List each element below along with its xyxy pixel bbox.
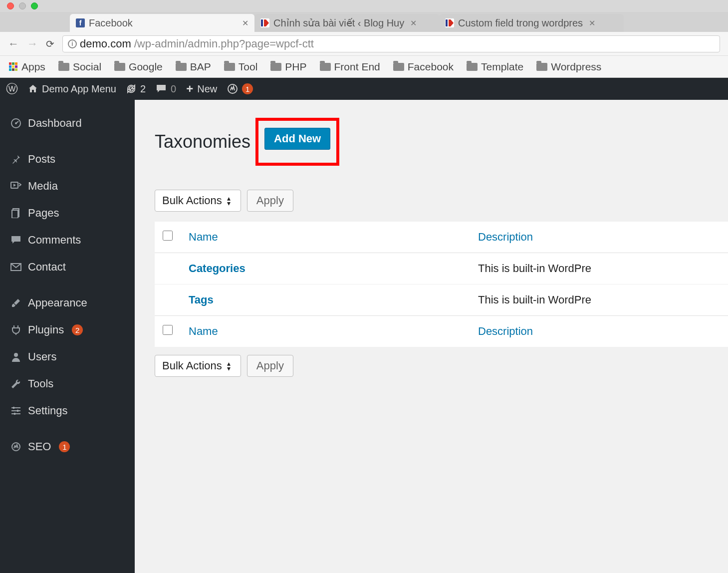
comment-icon <box>156 84 167 94</box>
bulk-actions-select-bottom[interactable]: Bulk Actions ▴▾ <box>155 355 241 377</box>
col-name-footer[interactable]: Name <box>189 325 218 337</box>
apply-button-bottom[interactable]: Apply <box>247 355 293 377</box>
mac-minimize-button[interactable] <box>19 2 26 9</box>
menu-dashboard[interactable]: Dashboard <box>0 110 135 137</box>
row-name-link[interactable]: Categories <box>189 262 245 275</box>
bulk-actions-label: Bulk Actions <box>162 194 222 207</box>
close-icon[interactable]: ✕ <box>589 18 595 28</box>
bookmark-template[interactable]: Template <box>467 61 523 73</box>
mac-titlebar <box>0 0 728 12</box>
menu-pages[interactable]: Pages <box>0 200 135 227</box>
menu-media[interactable]: Media <box>0 173 135 200</box>
seo-icon <box>227 83 238 94</box>
menu-label: Posts <box>28 153 55 166</box>
menu-label: Plugins <box>28 323 64 336</box>
highlight-box: Add New <box>255 118 339 166</box>
browser-tab-custom-field[interactable]: Custom field trong wordpres ✕ <box>439 14 624 32</box>
folder-icon <box>176 63 187 71</box>
col-name-header[interactable]: Name <box>189 231 218 243</box>
menu-plugins[interactable]: Plugins 2 <box>0 316 135 343</box>
row-description: This is built-in WordPre <box>470 285 728 316</box>
bookmark-google[interactable]: Google <box>114 61 163 73</box>
bookmark-apps[interactable]: Apps <box>9 61 45 73</box>
bookmark-bap[interactable]: BAP <box>176 61 211 73</box>
menu-comments[interactable]: Comments <box>0 227 135 254</box>
menu-appearance[interactable]: Appearance <box>0 289 135 316</box>
menu-contact[interactable]: Contact <box>0 254 135 281</box>
bookmark-tool[interactable]: Tool <box>224 61 258 73</box>
site-info-icon[interactable]: i <box>68 39 77 48</box>
folder-icon <box>320 63 331 71</box>
bookmark-social[interactable]: Social <box>58 61 101 73</box>
bulk-actions-label: Bulk Actions <box>162 359 222 372</box>
folder-icon <box>270 63 281 71</box>
select-all-checkbox-bottom[interactable] <box>163 325 173 335</box>
wp-updates[interactable]: 2 <box>126 83 146 95</box>
mac-close-button[interactable] <box>7 2 14 9</box>
mail-icon <box>10 263 22 271</box>
wp-seo[interactable]: 1 <box>227 83 253 94</box>
menu-label: Media <box>28 180 58 193</box>
browser-tabs-row: f Facebook ✕ Chỉnh sửa bài viết ‹ Blog H… <box>0 12 728 32</box>
url-path: /wp-admin/admin.php?page=wpcf-ctt <box>134 37 314 50</box>
bookmark-wordpress[interactable]: Wordpress <box>536 61 601 73</box>
menu-label: Settings <box>28 404 68 417</box>
wp-comments[interactable]: 0 <box>156 83 176 95</box>
wp-site-link[interactable]: Demo App Menu <box>28 83 116 95</box>
wrench-icon <box>10 379 22 389</box>
reload-button[interactable]: ⟳ <box>46 38 54 50</box>
caret-icon: ▴▾ <box>227 361 231 371</box>
browser-tab-facebook[interactable]: f Facebook ✕ <box>70 14 254 32</box>
select-all-checkbox[interactable] <box>163 231 173 241</box>
comment-icon <box>10 236 22 245</box>
site-icon <box>260 18 269 27</box>
row-name-link[interactable]: Tags <box>189 293 214 306</box>
tab-title: Facebook <box>89 17 133 29</box>
svg-rect-3 <box>446 19 448 26</box>
col-description-footer[interactable]: Description <box>478 325 533 337</box>
seo-badge: 1 <box>59 441 70 452</box>
menu-label: Users <box>28 350 56 363</box>
plug-icon <box>10 325 22 335</box>
page-title: Taxonomies <box>155 131 250 152</box>
close-icon[interactable]: ✕ <box>242 18 248 28</box>
browser-tab-edit-post[interactable]: Chỉnh sửa bài viết ‹ Blog Huy ✕ <box>254 14 439 32</box>
bookmark-label: Front End <box>334 61 380 73</box>
pin-icon <box>10 154 22 164</box>
address-bar[interactable]: i demo.com/wp-admin/admin.php?page=wpcf-… <box>62 35 720 52</box>
close-icon[interactable]: ✕ <box>410 18 417 28</box>
table-row: Tags This is built-in WordPre <box>155 285 728 316</box>
forward-button[interactable]: → <box>27 37 38 50</box>
col-description-header[interactable]: Description <box>478 231 533 243</box>
menu-tools[interactable]: Tools <box>0 370 135 397</box>
bulk-actions-select[interactable]: Bulk Actions ▴▾ <box>155 190 241 212</box>
folder-icon <box>536 63 547 71</box>
refresh-icon <box>126 84 136 94</box>
updates-count: 2 <box>140 83 146 95</box>
mac-maximize-button[interactable] <box>31 2 38 9</box>
svg-rect-16 <box>14 413 15 415</box>
menu-users[interactable]: Users <box>0 343 135 370</box>
dashboard-icon <box>10 118 22 129</box>
apps-icon <box>9 62 18 71</box>
bookmark-label: Social <box>73 61 101 73</box>
svg-rect-0 <box>261 19 263 26</box>
add-new-button[interactable]: Add New <box>264 128 330 150</box>
apply-button[interactable]: Apply <box>247 190 293 212</box>
bookmark-frontend[interactable]: Front End <box>320 61 380 73</box>
back-button[interactable]: ← <box>8 37 19 50</box>
tab-title: Chỉnh sửa bài viết ‹ Blog Huy <box>273 17 404 29</box>
brush-icon <box>10 298 22 308</box>
bookmark-php[interactable]: PHP <box>270 61 306 73</box>
menu-posts[interactable]: Posts <box>0 146 135 173</box>
menu-seo[interactable]: SEO 1 <box>0 433 135 460</box>
wp-sidebar: Dashboard Posts Media Pages Comments Con… <box>0 100 135 573</box>
user-icon <box>10 352 22 362</box>
menu-settings[interactable]: Settings <box>0 397 135 424</box>
caret-icon: ▴▾ <box>227 196 231 206</box>
media-icon <box>10 182 22 191</box>
wp-new[interactable]: + New <box>186 82 217 96</box>
menu-label: Appearance <box>28 296 87 309</box>
wp-logo[interactable]: ⓦ <box>6 81 18 97</box>
bookmark-facebook[interactable]: Facebook <box>393 61 454 73</box>
